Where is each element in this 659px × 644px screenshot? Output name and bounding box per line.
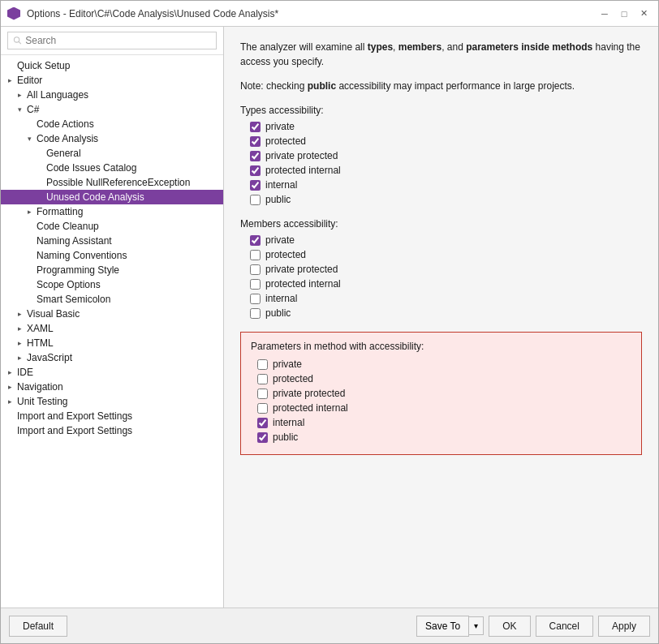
checkbox-row: private — [257, 358, 631, 370]
tree-arrow-formatting: ▸ — [24, 208, 35, 216]
types-checkboxes-checkbox-1[interactable] — [250, 136, 261, 147]
tree-label-ide: IDE — [15, 367, 33, 378]
sidebar-item-unit-testing[interactable]: ▸Unit Testing — [1, 394, 223, 409]
tree-label-unit-testing: Unit Testing — [15, 396, 67, 407]
save-to-dropdown-arrow[interactable]: ▾ — [469, 616, 484, 635]
checkbox-row: protected — [250, 135, 642, 147]
cancel-button[interactable]: Cancel — [536, 616, 593, 637]
titlebar: Options - Editor\C#\Code Analysis\Unused… — [1, 1, 658, 27]
tree-label-code-analysis: Code Analysis — [35, 133, 98, 144]
sidebar-item-csharp[interactable]: ▾C# — [1, 102, 223, 117]
sidebar-item-import-export-1[interactable]: Import and Export Settings — [1, 409, 223, 423]
tree-arrow-ide: ▸ — [4, 368, 15, 376]
members-checkboxes-checkbox-2[interactable] — [250, 264, 261, 275]
tree-label-html: HTML — [25, 337, 54, 349]
checkbox-row: protected — [250, 249, 642, 260]
close-button[interactable]: ✕ — [635, 6, 652, 22]
types-checkboxes-label-5: public — [265, 194, 291, 205]
sidebar-item-formatting[interactable]: ▸Formatting — [1, 204, 223, 219]
sidebar-item-possible-null[interactable]: Possible NullReferenceException — [1, 175, 223, 190]
sidebar-item-ide[interactable]: ▸IDE — [1, 365, 223, 380]
members-checkboxes-label-3: protected internal — [265, 278, 341, 290]
bottom-bar: Default Save To ▾ OK Cancel Apply — [1, 608, 658, 643]
tree-arrow-csharp: ▾ — [14, 105, 25, 114]
tree-label-possible-null: Possible NullReferenceException — [45, 177, 190, 188]
sidebar-item-naming-conventions[interactable]: Naming Conventions — [1, 248, 223, 263]
sidebar-item-naming-assistant[interactable]: Naming Assistant — [1, 234, 223, 248]
types-checkboxes-checkbox-2[interactable] — [250, 151, 261, 161]
tree-label-xaml: XAML — [25, 323, 54, 334]
sidebar-item-javascript[interactable]: ▸JavaScript — [1, 350, 223, 365]
tree: Quick Setup▸Editor▸All Languages▾C#Code … — [1, 55, 223, 608]
sidebar-item-code-analysis[interactable]: ▾Code Analysis — [1, 131, 223, 146]
members-checkboxes-checkbox-5[interactable] — [250, 308, 261, 319]
search-input[interactable] — [25, 35, 211, 46]
checkbox-row: private protected — [250, 150, 642, 161]
checkbox-row: public — [250, 194, 642, 205]
checkbox-row: private protected — [257, 388, 631, 399]
sidebar: Quick Setup▸Editor▸All Languages▾C#Code … — [1, 27, 224, 608]
tree-label-scope-options: Scope Options — [35, 279, 101, 290]
description-text: The analyzer will examine all types, mem… — [240, 40, 642, 69]
params-section: Parameters in method with accessibility:… — [240, 332, 642, 455]
sidebar-item-code-issues-catalog[interactable]: Code Issues Catalog — [1, 161, 223, 175]
sidebar-item-editor[interactable]: ▸Editor — [1, 73, 223, 88]
tree-label-code-cleanup: Code Cleanup — [35, 221, 99, 232]
search-icon — [13, 36, 22, 45]
params-section-title: Parameters in method with accessibility: — [251, 341, 631, 352]
params-checkboxes-label-3: protected internal — [273, 402, 348, 414]
apply-button[interactable]: Apply — [598, 616, 650, 637]
sidebar-item-navigation[interactable]: ▸Navigation — [1, 380, 223, 394]
types-checkboxes-checkbox-0[interactable] — [250, 122, 261, 132]
tree-label-code-actions: Code Actions — [35, 118, 94, 130]
sidebar-item-html[interactable]: ▸HTML — [1, 336, 223, 350]
sidebar-item-import-export-2[interactable]: Import and Export Settings — [1, 423, 223, 438]
tree-label-naming-assistant: Naming Assistant — [35, 235, 112, 247]
sidebar-item-smart-semicolon[interactable]: Smart Semicolon — [1, 292, 223, 307]
sidebar-item-visual-basic[interactable]: ▸Visual Basic — [1, 307, 223, 321]
default-button[interactable]: Default — [9, 616, 67, 637]
params-checkboxes-checkbox-5[interactable] — [257, 432, 268, 443]
sidebar-item-xaml[interactable]: ▸XAML — [1, 321, 223, 336]
restore-button[interactable]: □ — [616, 6, 632, 22]
titlebar-controls: ─ □ ✕ — [597, 6, 652, 22]
members-checkboxes-checkbox-0[interactable] — [250, 235, 261, 246]
bottom-left: Default — [9, 616, 67, 637]
tree-label-navigation: Navigation — [15, 381, 63, 393]
sidebar-item-quick-setup[interactable]: Quick Setup — [1, 58, 223, 73]
members-checkboxes-checkbox-3[interactable] — [250, 279, 261, 290]
tree-label-javascript: JavaScript — [25, 352, 72, 363]
tree-label-programming-style: Programming Style — [35, 264, 119, 276]
bottom-right: Save To ▾ OK Cancel Apply — [416, 616, 650, 637]
members-checkboxes: privateprotectedprivate protectedprotect… — [240, 234, 642, 319]
params-checkboxes-checkbox-4[interactable] — [257, 418, 268, 428]
tree-label-all-languages: All Languages — [25, 89, 88, 101]
sidebar-item-general[interactable]: General — [1, 146, 223, 161]
members-checkboxes-checkbox-1[interactable] — [250, 250, 261, 260]
sidebar-item-scope-options[interactable]: Scope Options — [1, 277, 223, 292]
checkbox-row: protected — [257, 373, 631, 384]
params-checkboxes-checkbox-0[interactable] — [257, 359, 268, 370]
types-checkboxes-checkbox-5[interactable] — [250, 195, 261, 205]
sidebar-item-programming-style[interactable]: Programming Style — [1, 263, 223, 277]
types-checkboxes-checkbox-3[interactable] — [250, 165, 261, 176]
params-checkboxes-checkbox-2[interactable] — [257, 389, 268, 399]
tree-label-smart-semicolon: Smart Semicolon — [35, 294, 110, 305]
types-checkboxes-checkbox-4[interactable] — [250, 180, 261, 191]
members-checkboxes-checkbox-4[interactable] — [250, 294, 261, 304]
ok-button[interactable]: OK — [489, 616, 530, 637]
sidebar-item-all-languages[interactable]: ▸All Languages — [1, 88, 223, 102]
params-checkboxes-label-4: internal — [273, 417, 304, 428]
sidebar-item-code-cleanup[interactable]: Code Cleanup — [1, 219, 223, 234]
save-to-button[interactable]: Save To — [416, 616, 469, 637]
sidebar-item-code-actions[interactable]: Code Actions — [1, 117, 223, 131]
minimize-button[interactable]: ─ — [597, 6, 613, 22]
params-checkboxes-checkbox-1[interactable] — [257, 374, 268, 384]
tree-label-quick-setup: Quick Setup — [15, 60, 70, 71]
tree-label-naming-conventions: Naming Conventions — [35, 250, 127, 261]
members-checkboxes-label-0: private — [265, 234, 295, 246]
titlebar-title: Options - Editor\C#\Code Analysis\Unused… — [27, 8, 278, 19]
params-checkboxes-checkbox-3[interactable] — [257, 403, 268, 414]
tree-label-import-export-2: Import and Export Settings — [15, 425, 132, 436]
sidebar-item-unused-code-analysis[interactable]: Unused Code Analysis — [1, 190, 223, 204]
